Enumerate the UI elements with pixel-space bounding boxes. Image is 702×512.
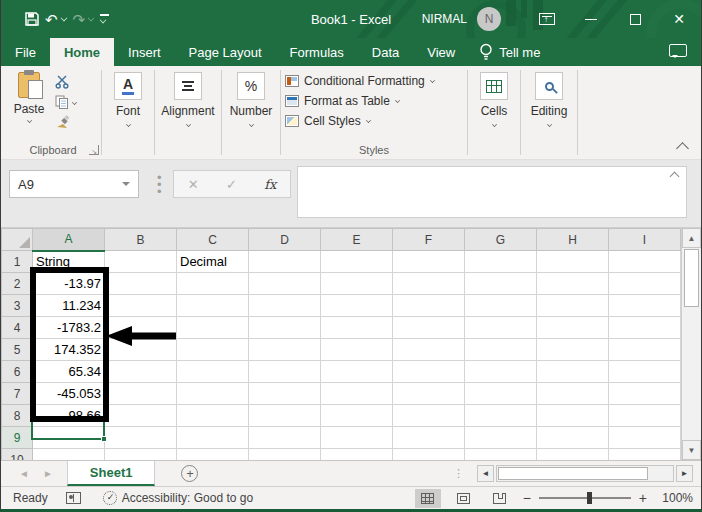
cell-G2[interactable] <box>465 273 537 295</box>
tab-file[interactable]: File <box>1 38 50 66</box>
cell-I7[interactable] <box>609 383 681 405</box>
column-header-D[interactable]: D <box>249 229 321 251</box>
undo-button[interactable]: ↶ <box>45 12 67 27</box>
cell-I4[interactable] <box>609 317 681 339</box>
row-header-6[interactable]: 6 <box>2 361 33 383</box>
cell-E9[interactable] <box>321 427 393 449</box>
fill-handle[interactable] <box>101 436 107 442</box>
cell-F8[interactable] <box>393 405 465 427</box>
cell-E3[interactable] <box>321 295 393 317</box>
expand-formula-bar-icon[interactable] <box>670 172 680 182</box>
cell-F5[interactable] <box>393 339 465 361</box>
cell-I3[interactable] <box>609 295 681 317</box>
page-layout-view-button[interactable] <box>451 489 477 508</box>
conditional-formatting-dropdown-icon[interactable] <box>430 78 435 83</box>
cell-H6[interactable] <box>537 361 609 383</box>
scroll-left-icon[interactable]: ◄ <box>477 465 494 482</box>
clipboard-dialog-launcher-icon[interactable] <box>89 145 99 155</box>
cell-G9[interactable] <box>465 427 537 449</box>
cell-H1[interactable] <box>537 251 609 273</box>
cell-H9[interactable] <box>537 427 609 449</box>
format-as-table-button[interactable]: Format as Table <box>285 92 463 109</box>
cell-G1[interactable] <box>465 251 537 273</box>
column-header-F[interactable]: F <box>393 229 465 251</box>
cell-E5[interactable] <box>321 339 393 361</box>
cells-dropdown-icon[interactable] <box>492 122 497 127</box>
row-header-2[interactable]: 2 <box>2 273 33 295</box>
macro-record-icon[interactable] <box>66 492 81 504</box>
cell-D6[interactable] <box>249 361 321 383</box>
scroll-right-icon[interactable]: ► <box>676 465 693 482</box>
page-break-view-button[interactable] <box>487 489 513 508</box>
cell-E4[interactable] <box>321 317 393 339</box>
cut-button[interactable] <box>55 74 77 90</box>
cell-B8[interactable] <box>105 405 177 427</box>
cell-F2[interactable] <box>393 273 465 295</box>
avatar[interactable]: N <box>477 7 501 31</box>
confirm-entry-icon[interactable]: ✓ <box>226 177 237 192</box>
number-dropdown-icon[interactable] <box>249 122 254 127</box>
conditional-formatting-button[interactable]: Conditional Formatting <box>285 72 463 89</box>
row-header-9[interactable]: 9 <box>2 427 33 449</box>
column-header-H[interactable]: H <box>537 229 609 251</box>
row-header-1[interactable]: 1 <box>2 251 33 273</box>
user-name[interactable]: NIRMAL <box>422 12 467 26</box>
tab-home[interactable]: Home <box>50 38 114 66</box>
cell-H2[interactable] <box>537 273 609 295</box>
cell-E8[interactable] <box>321 405 393 427</box>
cell-G5[interactable] <box>465 339 537 361</box>
cell-F4[interactable] <box>393 317 465 339</box>
row-header-5[interactable]: 5 <box>2 339 33 361</box>
scroll-down-icon[interactable]: ▼ <box>682 440 701 460</box>
zoom-slider-handle[interactable] <box>587 492 592 504</box>
cell-I1[interactable] <box>609 251 681 273</box>
customize-qat-button[interactable] <box>100 15 106 23</box>
cell-B2[interactable] <box>105 273 177 295</box>
cell-F7[interactable] <box>393 383 465 405</box>
row-header-8[interactable]: 8 <box>2 405 33 427</box>
font-dropdown-icon[interactable] <box>126 122 131 127</box>
next-sheet-icon[interactable]: ► <box>43 468 53 479</box>
vertical-scrollbar[interactable]: ▲ ▼ <box>681 228 701 460</box>
cell-E6[interactable] <box>321 361 393 383</box>
format-painter-button[interactable] <box>55 114 77 130</box>
copy-button[interactable] <box>55 94 77 110</box>
cell-B9[interactable] <box>105 427 177 449</box>
column-header-B[interactable]: B <box>105 229 177 251</box>
column-header-E[interactable]: E <box>321 229 393 251</box>
collapse-ribbon-icon[interactable] <box>676 142 689 155</box>
formula-input[interactable] <box>297 166 687 218</box>
row-header-4[interactable]: 4 <box>2 317 33 339</box>
vertical-scroll-thumb[interactable] <box>684 249 699 307</box>
column-header-A[interactable]: A <box>33 229 105 251</box>
zoom-percentage[interactable]: 100% <box>657 491 693 505</box>
cell-G6[interactable] <box>465 361 537 383</box>
editing-dropdown-icon[interactable] <box>547 122 552 127</box>
cell-C1[interactable]: Decimal <box>177 251 249 273</box>
tab-insert[interactable]: Insert <box>114 38 175 66</box>
cell-H3[interactable] <box>537 295 609 317</box>
column-header-G[interactable]: G <box>465 229 537 251</box>
tab-view[interactable]: View <box>413 38 469 66</box>
cell-B3[interactable] <box>105 295 177 317</box>
alignment-group[interactable]: Alignment <box>155 66 221 159</box>
feedback-comment-icon[interactable] <box>669 44 687 57</box>
name-box[interactable]: A9 <box>9 170 139 198</box>
cell-D1[interactable] <box>249 251 321 273</box>
editing-group[interactable]: Editing <box>521 66 577 159</box>
cell-D5[interactable] <box>249 339 321 361</box>
cell-D9[interactable] <box>249 427 321 449</box>
minimize-button[interactable] <box>569 0 613 38</box>
cell-F3[interactable] <box>393 295 465 317</box>
tab-page-layout[interactable]: Page Layout <box>175 38 276 66</box>
name-box-dropdown-icon[interactable] <box>122 182 130 190</box>
cell-F1[interactable] <box>393 251 465 273</box>
cell-H7[interactable] <box>537 383 609 405</box>
cell-C2[interactable] <box>177 273 249 295</box>
cell-I9[interactable] <box>609 427 681 449</box>
zoom-slider[interactable] <box>539 497 631 499</box>
format-as-table-dropdown-icon[interactable] <box>395 98 400 103</box>
row-header-7[interactable]: 7 <box>2 383 33 405</box>
accessibility-status[interactable]: Accessibility: Good to go <box>122 491 253 505</box>
cell-G8[interactable] <box>465 405 537 427</box>
